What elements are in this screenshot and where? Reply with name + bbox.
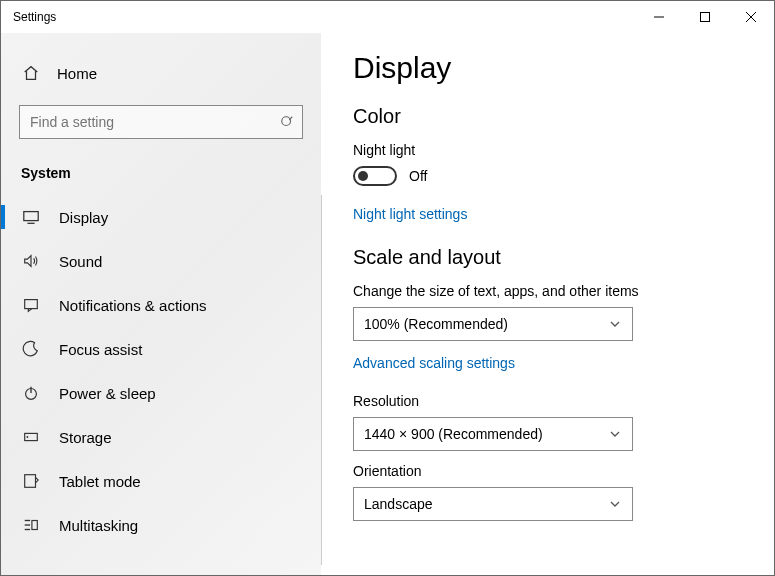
chevron-down-icon [608, 497, 622, 511]
notifications-icon [21, 295, 41, 315]
maximize-button[interactable] [682, 1, 728, 33]
sidebar-item-label: Sound [59, 253, 102, 270]
svg-rect-8 [25, 300, 38, 309]
resolution-value: 1440 × 900 (Recommended) [364, 426, 543, 442]
advanced-scaling-link[interactable]: Advanced scaling settings [353, 355, 515, 371]
sidebar-item-label: Focus assist [59, 341, 142, 358]
sidebar-item-sound[interactable]: Sound [1, 239, 321, 283]
home-label: Home [57, 65, 97, 82]
home-icon [21, 63, 41, 83]
orientation-value: Landscape [364, 496, 433, 512]
chevron-down-icon [608, 427, 622, 441]
sidebar-item-label: Storage [59, 429, 112, 446]
sidebar-item-multitasking[interactable]: Multitasking [1, 503, 321, 547]
sidebar-item-focus-assist[interactable]: Focus assist [1, 327, 321, 371]
category-label: System [1, 157, 321, 195]
scale-value: 100% (Recommended) [364, 316, 508, 332]
display-icon [21, 207, 41, 227]
sidebar: Home System Display Sound Notifications … [1, 33, 321, 575]
storage-icon [21, 427, 41, 447]
night-light-value: Off [409, 168, 427, 184]
svg-point-4 [282, 117, 291, 126]
search-wrap [19, 105, 303, 139]
svg-point-12 [27, 436, 29, 438]
resolution-label: Resolution [353, 393, 742, 409]
sidebar-item-tablet-mode[interactable]: Tablet mode [1, 459, 321, 503]
orientation-label: Orientation [353, 463, 742, 479]
minimize-button[interactable] [636, 1, 682, 33]
resolution-select[interactable]: 1440 × 900 (Recommended) [353, 417, 633, 451]
section-scale: Scale and layout [353, 246, 742, 269]
scale-select[interactable]: 100% (Recommended) [353, 307, 633, 341]
svg-rect-6 [24, 212, 38, 221]
sidebar-item-notifications[interactable]: Notifications & actions [1, 283, 321, 327]
power-icon [21, 383, 41, 403]
chevron-down-icon [608, 317, 622, 331]
main-content: Display Color Night light Off Night ligh… [321, 33, 774, 575]
sidebar-item-power-sleep[interactable]: Power & sleep [1, 371, 321, 415]
sidebar-item-display[interactable]: Display [1, 195, 321, 239]
orientation-select[interactable]: Landscape [353, 487, 633, 521]
tablet-icon [21, 471, 41, 491]
sidebar-item-label: Display [59, 209, 108, 226]
sidebar-item-label: Notifications & actions [59, 297, 207, 314]
svg-rect-1 [701, 13, 710, 22]
close-button[interactable] [728, 1, 774, 33]
sidebar-item-label: Power & sleep [59, 385, 156, 402]
search-icon [279, 114, 295, 130]
night-light-settings-link[interactable]: Night light settings [353, 206, 467, 222]
home-nav[interactable]: Home [1, 57, 321, 105]
sound-icon [21, 251, 41, 271]
sidebar-item-label: Tablet mode [59, 473, 141, 490]
svg-rect-13 [25, 475, 36, 488]
svg-rect-17 [32, 521, 37, 530]
page-title: Display [353, 51, 742, 85]
window-title: Settings [13, 10, 56, 24]
search-input[interactable] [19, 105, 303, 139]
scale-label: Change the size of text, apps, and other… [353, 283, 742, 299]
sidebar-item-label: Multitasking [59, 517, 138, 534]
title-bar: Settings [1, 1, 774, 33]
night-light-toggle[interactable] [353, 166, 397, 186]
sidebar-item-storage[interactable]: Storage [1, 415, 321, 459]
night-light-label: Night light [353, 142, 742, 158]
multitasking-icon [21, 515, 41, 535]
section-color: Color [353, 105, 742, 128]
focus-assist-icon [21, 339, 41, 359]
